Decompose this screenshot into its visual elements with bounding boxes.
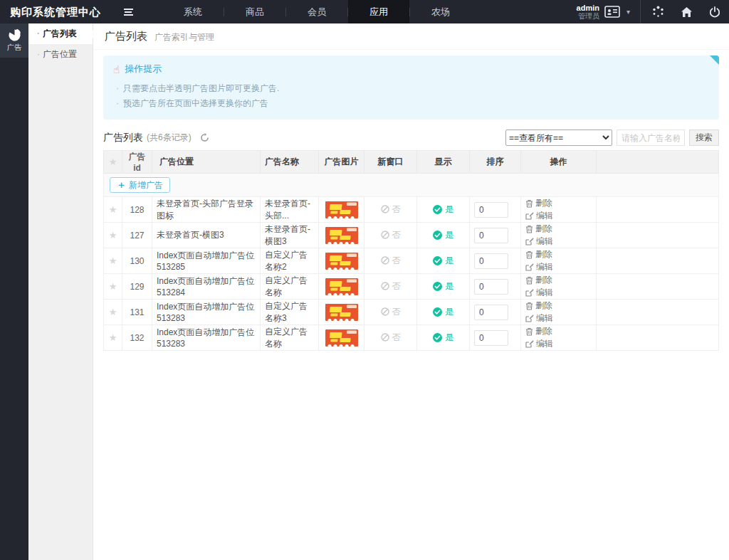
sidebar-item[interactable]: ·广告位置 (28, 44, 93, 65)
header-new-window: 新窗口 (364, 151, 417, 174)
edit-button[interactable]: 编辑 (525, 236, 553, 248)
sidebar-item[interactable]: ·广告列表 (28, 23, 93, 44)
topmenu-item[interactable]: 系统 (162, 0, 224, 23)
new-window-value: 否 (392, 280, 401, 292)
ad-image[interactable] (325, 227, 358, 244)
ad-image[interactable] (325, 304, 358, 321)
favorite-star-icon[interactable]: ★ (109, 255, 117, 266)
sort-input[interactable] (474, 330, 508, 346)
ban-icon (381, 231, 389, 239)
list-title: 广告列表 (103, 132, 143, 144)
sort-input[interactable] (474, 279, 508, 295)
delete-label: 删除 (535, 274, 552, 286)
main-content: 广告列表 广告索引与管理 ☝ 操作提示 只需要点击半透明广告图片即可更换广告. … (93, 23, 729, 560)
add-ad-button[interactable]: ＋ 新增广告 (110, 177, 170, 193)
ad-image[interactable] (325, 278, 358, 295)
check-circle-icon (433, 282, 442, 291)
sidebar-item-label: 广告列表 (43, 28, 77, 38)
corner-fold-icon (710, 56, 719, 65)
check-circle-icon (433, 205, 442, 214)
favorite-star-icon[interactable]: ★ (109, 332, 117, 343)
ad-position-cell: Index页面自动增加广告位 513285 (152, 248, 261, 274)
table-row: ★ 129 Index页面自动增加广告位 513284 自定义广告名称 否 是 (104, 274, 719, 300)
favorite-star-icon[interactable]: ★ (109, 204, 117, 215)
topmenu-item[interactable]: 商品 (224, 0, 285, 23)
new-window-value: 否 (392, 306, 401, 318)
sidebar-module-ads[interactable]: 广告 (0, 23, 28, 58)
logout-power-icon[interactable] (701, 0, 729, 23)
header-ad-name: 广告名称 (261, 151, 319, 174)
edit-label: 编辑 (536, 287, 553, 299)
header-ad-position: 广告位置 (152, 151, 261, 174)
trash-icon (525, 327, 533, 336)
user-name: admin (577, 4, 599, 12)
ad-name-cell: 自定义广告名称 (261, 274, 319, 300)
delete-label: 删除 (535, 197, 552, 209)
ad-position-cell: Index页面自动增加广告位 513283 (152, 325, 261, 351)
delete-button[interactable]: 删除 (525, 325, 552, 337)
ad-name-cell: 自定义广告名称 (261, 325, 319, 351)
edit-button[interactable]: 编辑 (525, 312, 553, 324)
tips-panel: ☝ 操作提示 只需要点击半透明广告图片即可更换广告. 预选广告所在页面中选择更换… (103, 56, 719, 120)
id-card-icon (604, 6, 620, 18)
topmenu-item[interactable]: 应用 (348, 0, 409, 23)
trash-icon (525, 199, 533, 208)
edit-button[interactable]: 编辑 (525, 261, 553, 273)
favorite-star-icon[interactable]: ★ (109, 230, 117, 241)
list-toolbar: 广告列表 (共6条记录) ==查看所有== 搜索 (93, 124, 729, 150)
sort-input[interactable] (474, 228, 508, 243)
show-value: 是 (445, 280, 453, 292)
edit-button[interactable]: 编辑 (525, 210, 553, 222)
check-circle-icon (433, 231, 442, 240)
ad-name-cell: 自定义广告名称3 (261, 300, 319, 325)
delete-button[interactable]: 删除 (525, 223, 552, 235)
sort-input[interactable] (474, 253, 508, 269)
favorite-star-icon[interactable]: ★ (109, 307, 117, 317)
ad-position-cell: 未登录首页-头部广告登录图标 (152, 197, 261, 223)
delete-button[interactable]: 删除 (525, 248, 552, 260)
filter-select[interactable]: ==查看所有== (505, 130, 612, 146)
edit-button[interactable]: 编辑 (525, 287, 553, 299)
delete-button[interactable]: 删除 (525, 274, 552, 286)
header-show: 显示 (417, 151, 470, 174)
clear-cache-icon[interactable] (644, 0, 672, 23)
record-count: (共6条记录) (147, 132, 192, 144)
new-window-value: 否 (392, 204, 401, 216)
search-input[interactable] (617, 130, 685, 146)
page-title: 广告列表 (105, 30, 147, 43)
edit-button[interactable]: 编辑 (525, 338, 553, 350)
check-circle-icon (433, 333, 442, 342)
edit-pencil-icon (525, 237, 534, 245)
refresh-icon[interactable] (200, 133, 209, 142)
edit-pencil-icon (525, 211, 534, 220)
topmenu-item[interactable]: 会员 (286, 0, 347, 23)
ban-icon (381, 282, 389, 290)
favorite-star-icon[interactable]: ★ (109, 281, 117, 292)
ad-name-cell: 未登录首页-横图3 (261, 223, 319, 248)
topmenu-item[interactable]: 农场 (410, 0, 471, 23)
delete-button[interactable]: 删除 (525, 300, 552, 312)
edit-label: 编辑 (536, 312, 553, 324)
sort-input[interactable] (474, 305, 508, 320)
check-circle-icon (433, 256, 442, 265)
hamburger-menu-icon[interactable] (114, 0, 142, 23)
ad-position-cell: Index页面自动增加广告位 513283 (152, 300, 261, 325)
trash-icon (525, 276, 533, 285)
ad-image[interactable] (325, 201, 358, 218)
edit-label: 编辑 (536, 338, 553, 350)
user-menu[interactable]: admin 管理员 ▾ (570, 4, 637, 20)
ad-image[interactable] (325, 253, 358, 270)
ad-image[interactable] (325, 329, 358, 347)
edit-pencil-icon (525, 263, 534, 271)
delete-label: 删除 (535, 248, 552, 260)
home-icon[interactable] (672, 0, 701, 23)
ban-icon (381, 307, 389, 316)
chevron-down-icon: ▾ (626, 8, 630, 16)
header-actions: 操作 (521, 151, 597, 174)
bullet-icon: · (37, 49, 40, 59)
delete-button[interactable]: 删除 (525, 197, 552, 209)
table-row: ★ 128 未登录首页-头部广告登录图标 未登录首页-头部... 否 是 删除 (104, 197, 719, 223)
bullet-icon: · (37, 28, 40, 38)
search-button[interactable]: 搜索 (689, 130, 719, 146)
sort-input[interactable] (474, 202, 508, 218)
